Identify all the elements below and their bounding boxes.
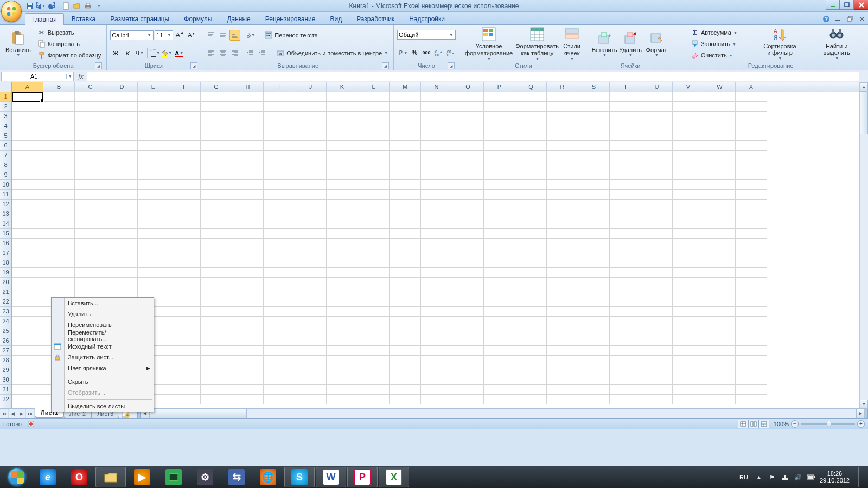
cell[interactable] [43, 248, 75, 258]
cell[interactable] [232, 395, 264, 404]
tab-view[interactable]: Вид [323, 12, 349, 24]
task-wmp[interactable]: ▶ [127, 467, 157, 487]
row-header-5[interactable]: 5 [0, 131, 11, 141]
cell[interactable] [232, 297, 264, 307]
cell[interactable] [515, 209, 547, 219]
qat-new-button[interactable] [61, 1, 71, 11]
cell[interactable] [169, 160, 201, 170]
cell[interactable] [547, 209, 578, 219]
cell[interactable] [201, 170, 232, 180]
cell[interactable] [515, 190, 547, 200]
format-cells-button[interactable]: Формат▼ [643, 26, 669, 62]
cell[interactable] [295, 395, 327, 404]
hscroll-thumb[interactable] [149, 409, 247, 418]
cell[interactable] [673, 248, 704, 258]
cell[interactable] [390, 258, 421, 268]
cell[interactable] [232, 92, 264, 102]
task-app3[interactable]: ⇆ [221, 467, 252, 487]
cell[interactable] [704, 307, 736, 317]
cell[interactable] [515, 278, 547, 287]
cell[interactable] [547, 336, 578, 346]
cell[interactable] [736, 356, 767, 365]
cell[interactable] [295, 121, 327, 131]
cell[interactable] [673, 141, 704, 151]
cell[interactable] [736, 180, 767, 190]
cell[interactable] [578, 395, 610, 404]
cell[interactable] [106, 200, 138, 209]
cell[interactable] [421, 190, 452, 200]
decrease-decimal-button[interactable]: ,00,0 [445, 47, 456, 58]
cell[interactable] [673, 121, 704, 131]
cell[interactable] [327, 307, 358, 317]
row-header-24[interactable]: 24 [0, 317, 11, 326]
cell[interactable] [704, 297, 736, 307]
tab-addins[interactable]: Надстройки [402, 12, 452, 24]
cell[interactable] [232, 365, 264, 375]
cell[interactable] [169, 209, 201, 219]
zoom-slider[interactable] [801, 423, 855, 425]
cell[interactable] [358, 239, 390, 248]
cell[interactable] [452, 307, 484, 317]
cell[interactable] [673, 268, 704, 278]
mdi-minimize-button[interactable] [834, 15, 842, 23]
cell[interactable] [578, 326, 610, 336]
cell[interactable] [736, 248, 767, 258]
cell[interactable] [641, 258, 673, 268]
cell[interactable] [452, 278, 484, 287]
cell[interactable] [327, 248, 358, 258]
cell[interactable] [547, 219, 578, 229]
cell[interactable] [704, 121, 736, 131]
cell[interactable] [610, 395, 641, 404]
cell[interactable] [390, 160, 421, 170]
cell[interactable] [327, 326, 358, 336]
cell[interactable] [484, 297, 515, 307]
cell[interactable] [390, 92, 421, 102]
cell[interactable] [232, 356, 264, 365]
task-skype[interactable]: S [284, 467, 315, 487]
row-header-3[interactable]: 3 [0, 112, 11, 121]
cell[interactable] [390, 229, 421, 239]
row-header-18[interactable]: 18 [0, 258, 11, 268]
cell[interactable] [295, 278, 327, 287]
cell[interactable] [484, 287, 515, 297]
cell[interactable] [452, 112, 484, 121]
cell[interactable] [138, 131, 169, 141]
row-header-12[interactable]: 12 [0, 200, 11, 209]
cell[interactable] [106, 170, 138, 180]
cell[interactable] [169, 346, 201, 356]
cell[interactable] [358, 258, 390, 268]
cell[interactable] [358, 385, 390, 395]
cell[interactable] [169, 151, 201, 160]
row-header-11[interactable]: 11 [0, 190, 11, 200]
cell[interactable] [327, 92, 358, 102]
cell[interactable] [484, 395, 515, 404]
row-header-13[interactable]: 13 [0, 209, 11, 219]
cell[interactable] [327, 131, 358, 141]
cell[interactable] [201, 268, 232, 278]
cell[interactable] [736, 170, 767, 180]
cell[interactable] [75, 92, 106, 102]
cell[interactable] [578, 258, 610, 268]
cell[interactable] [264, 346, 295, 356]
cell[interactable] [138, 239, 169, 248]
cell[interactable] [12, 248, 43, 258]
task-explorer[interactable] [95, 467, 126, 487]
sheet-nav-next[interactable]: ▶ [17, 409, 26, 418]
cell[interactable] [673, 297, 704, 307]
cell[interactable] [169, 170, 201, 180]
cell[interactable] [264, 180, 295, 190]
cell[interactable] [452, 239, 484, 248]
cell[interactable] [421, 278, 452, 287]
row-header-21[interactable]: 21 [0, 287, 11, 297]
cell[interactable] [547, 141, 578, 151]
cell[interactable] [390, 356, 421, 365]
tray-battery-icon[interactable] [807, 473, 815, 481]
cell[interactable] [295, 160, 327, 170]
cell[interactable] [484, 190, 515, 200]
cell[interactable] [358, 336, 390, 346]
cell[interactable] [547, 92, 578, 102]
tab-data[interactable]: Данные [220, 12, 257, 24]
cell[interactable] [421, 121, 452, 131]
cell[interactable] [295, 346, 327, 356]
cell[interactable] [484, 365, 515, 375]
